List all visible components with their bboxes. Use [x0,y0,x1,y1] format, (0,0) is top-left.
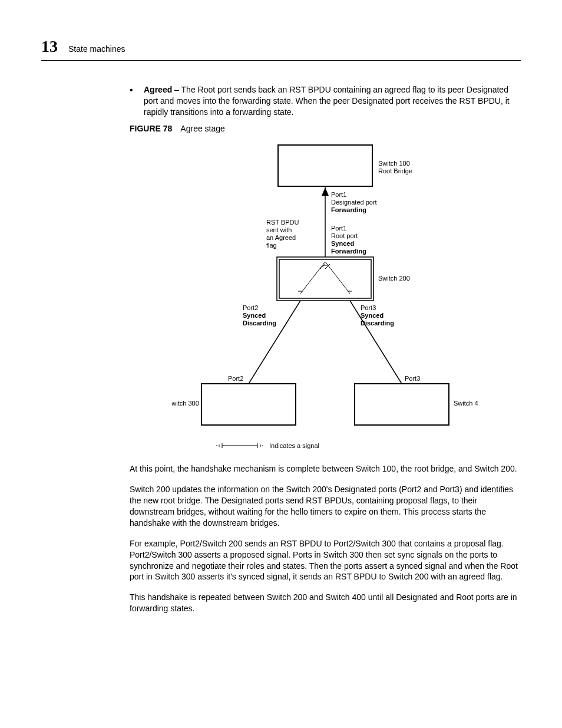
label-switch200: Switch 200 [378,275,410,282]
label-port2-b: Synced [243,312,266,319]
bullet-desc: – The Root port sends back an RST BPDU c… [144,85,510,117]
label-port1-bot-d: Forwarding [331,248,366,255]
bullet-icon: • [130,84,144,118]
label-port1-top-c: Forwarding [331,206,366,213]
label-switch300: Switch 300 [172,400,199,407]
svg-rect-0 [278,145,372,186]
paragraph-2: Switch 200 updates the information on th… [130,484,521,529]
label-bpdu-c: an Agreed [266,234,296,241]
label-port1-top-a: Port1 [331,191,346,198]
label-port1-bot-b: Root port [331,232,358,239]
paragraph-3: For example, Port2/Switch 200 sends an R… [130,538,521,583]
svg-line-6 [325,262,350,294]
svg-rect-3 [277,257,373,301]
label-port3-bottom: Port3 [405,375,420,382]
figure-title: Agree stage [180,124,225,133]
label-port1-top-b: Designated port [331,199,377,206]
legend-text: Indicates a signal [269,442,319,449]
svg-line-5 [300,262,325,294]
label-switch400: Switch 400 [454,400,478,407]
label-bpdu-b: sent with [266,226,292,233]
svg-rect-14 [201,384,296,425]
label-port2-a: Port2 [243,304,258,311]
paragraph-1: At this point, the handshake mechanism i… [130,463,521,475]
label-port3-b: Synced [361,312,384,319]
svg-rect-15 [355,384,449,425]
label-port2-bottom: Port2 [228,375,243,382]
label-port1-bot-a: Port1 [331,225,346,232]
label-switch100-b: Root Bridge [378,167,412,174]
label-bpdu-a: RST BPDU [266,219,299,226]
content-body: • Agreed – The Root port sends back an R… [130,84,521,614]
legend-signal: Indicates a signal [217,442,319,449]
label-bpdu-d: flag [266,242,277,249]
figure-caption: FIGURE 78Agree stage [130,123,521,134]
label-port3-a: Port3 [361,304,376,311]
label-port2-c: Discarding [243,319,276,327]
figure-number: FIGURE 78 [130,124,172,133]
label-port1-bot-c: Synced [331,240,354,247]
paragraph-4: This handshake is repeated between Switc… [130,592,521,614]
chapter-number: 13 [41,35,58,58]
section-title: State machines [68,44,125,55]
figure-diagram: Switch 100 Root Bridge Port1 Designated … [172,139,478,457]
svg-marker-2 [322,187,329,196]
bullet-term: Agreed [144,85,172,94]
label-switch100-a: Switch 100 [378,160,410,167]
page-header: 13 State machines [41,35,521,61]
bullet-item: • Agreed – The Root port sends back an R… [130,84,521,118]
bullet-text: Agreed – The Root port sends back an RST… [144,84,521,118]
